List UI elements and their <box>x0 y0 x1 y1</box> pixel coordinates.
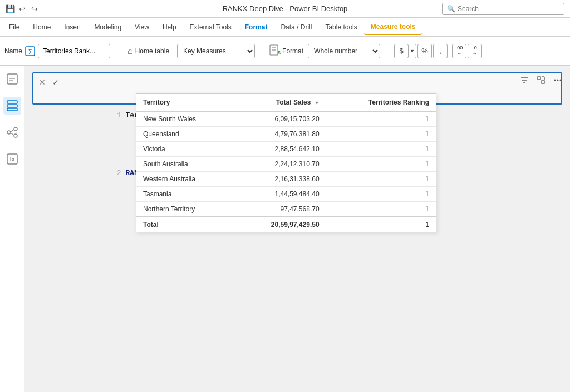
menu-item-table-tools[interactable]: Table tools <box>318 20 363 34</box>
menu-item-view[interactable]: View <box>128 20 156 34</box>
table-row: Victoria 2,88,54,642.10 1 <box>136 142 436 157</box>
format-dropdown[interactable]: Whole number Decimal number Currency Per… <box>308 44 380 58</box>
cell-territory-0: New South Wales <box>136 111 234 127</box>
cell-territory-4: Western Australia <box>136 172 234 187</box>
table-toolbar <box>518 73 564 87</box>
formula-controls: ✕ ✓ <box>37 76 61 88</box>
expand-icon[interactable] <box>534 73 548 87</box>
menu-bar: File Home Insert Modeling View Help Exte… <box>0 18 570 37</box>
data-table-container: Territory Total Sales ▼ Territories Rank… <box>136 93 436 232</box>
window-title: RANKX Deep Dive - Power BI Desktop <box>223 4 348 13</box>
divider-1 <box>117 41 117 61</box>
more-options-icon[interactable] <box>551 73 564 87</box>
format-dollar-icon: $ <box>269 44 281 58</box>
cell-rank-5: 1 <box>326 187 436 202</box>
dollar-button[interactable]: $ <box>394 44 409 58</box>
search-icon: 🔍 <box>447 5 455 13</box>
column-header-total-sales[interactable]: Total Sales ▼ <box>234 94 326 111</box>
sidebar-icon-data[interactable] <box>3 97 21 115</box>
cell-territory-6: Northern Territory <box>136 202 234 217</box>
data-table: Territory Total Sales ▼ Territories Rank… <box>136 94 436 232</box>
sidebar-icon-model[interactable] <box>3 123 21 141</box>
decrease-decimal-button[interactable]: .0→ <box>468 44 482 58</box>
svg-text:fx: fx <box>9 156 14 162</box>
name-label: Name <box>4 47 22 55</box>
cell-sales-2: 2,88,54,642.10 <box>234 142 326 157</box>
cell-sales-0: 6,09,15,703.20 <box>234 111 326 127</box>
dollar-dropdown-arrow[interactable]: ▼ <box>409 44 416 58</box>
table-row: New South Wales 6,09,15,703.20 1 <box>136 111 436 127</box>
formula-cancel-button[interactable]: ✕ <box>37 77 48 88</box>
cell-territory-2: Victoria <box>136 142 234 157</box>
cell-total-sales: 20,59,97,429.50 <box>234 217 326 232</box>
svg-point-12 <box>7 131 11 134</box>
cell-rank-0: 1 <box>326 111 436 127</box>
svg-point-14 <box>14 134 17 137</box>
left-sidebar: fx <box>0 66 24 392</box>
main-content: ✕ ✓ 1Territories Ranking = 2RANKX( ALL( … <box>24 66 570 392</box>
name-field-icon: ∑ <box>24 46 36 57</box>
menu-item-modeling[interactable]: Modeling <box>87 20 128 34</box>
table-total-row: Total 20,59,97,429.50 1 <box>136 217 436 232</box>
percent-button[interactable]: % <box>417 44 432 58</box>
filter-icon[interactable] <box>518 73 531 87</box>
svg-text:∑: ∑ <box>28 48 32 54</box>
cell-sales-1: 4,79,76,381.80 <box>234 127 326 142</box>
home-table-label: Home table <box>135 47 169 55</box>
svg-point-28 <box>560 80 562 81</box>
key-measures-dropdown[interactable]: Key Measures <box>177 44 255 58</box>
search-box[interactable]: 🔍 <box>442 3 564 15</box>
svg-rect-10 <box>7 105 17 107</box>
sidebar-icon-dax[interactable]: fx <box>3 150 21 168</box>
svg-point-26 <box>554 80 556 81</box>
format-group: $ Format <box>269 44 303 58</box>
menu-item-insert[interactable]: Insert <box>57 20 87 34</box>
format-label: Format <box>282 47 303 55</box>
menu-item-external-tools[interactable]: External Tools <box>183 20 238 34</box>
menu-item-help[interactable]: Help <box>156 20 183 34</box>
cell-territory-5: Tasmania <box>136 187 234 202</box>
currency-buttons: $ ▼ % , <box>394 44 448 58</box>
menu-item-format[interactable]: Format <box>238 20 274 34</box>
cell-total-label: Total <box>136 217 234 232</box>
menu-item-data-drill[interactable]: Data / Drill <box>274 20 318 34</box>
svg-line-15 <box>11 130 14 132</box>
name-input[interactable] <box>38 44 110 58</box>
name-field-group: Name ∑ <box>4 44 110 58</box>
divider-2 <box>262 41 262 61</box>
table-row: Western Australia 2,16,31,338.60 1 <box>136 172 436 187</box>
menu-item-file[interactable]: File <box>2 20 26 34</box>
undo-icon[interactable]: ↩ <box>18 4 27 13</box>
cell-territory-1: Queensland <box>136 127 234 142</box>
menu-item-home[interactable]: Home <box>26 20 57 34</box>
window-control-icons: 💾 ↩ ↪ <box>6 4 39 13</box>
column-header-territories-ranking[interactable]: Territories Ranking <box>326 94 436 111</box>
divider-3 <box>387 41 387 61</box>
table-row: Northern Territory 97,47,568.70 1 <box>136 202 436 217</box>
save-icon[interactable]: 💾 <box>6 4 14 13</box>
comma-button[interactable]: , <box>433 44 448 58</box>
cell-rank-1: 1 <box>326 127 436 142</box>
home-table-icon: ⌂ <box>127 46 133 56</box>
cell-rank-6: 1 <box>326 202 436 217</box>
svg-text:$: $ <box>278 50 281 56</box>
table-header-row: Territory Total Sales ▼ Territories Rank… <box>136 94 436 111</box>
sort-arrow-total-sales: ▼ <box>315 100 320 106</box>
svg-rect-11 <box>7 108 17 111</box>
cell-total-rank: 1 <box>326 217 436 232</box>
sidebar-icon-report[interactable] <box>3 70 21 88</box>
svg-point-13 <box>14 127 17 131</box>
home-table-group: ⌂ Home table <box>124 46 173 56</box>
svg-rect-6 <box>7 74 17 84</box>
search-input[interactable] <box>458 5 558 13</box>
column-header-territory[interactable]: Territory <box>136 94 234 111</box>
redo-icon[interactable]: ↪ <box>30 4 39 13</box>
increase-decimal-button[interactable]: .00← <box>452 44 466 58</box>
cell-sales-6: 97,47,568.70 <box>234 202 326 217</box>
formula-confirm-button[interactable]: ✓ <box>50 77 61 88</box>
svg-rect-22 <box>538 77 540 80</box>
menu-item-measure-tools[interactable]: Measure tools <box>364 19 422 35</box>
decimal-buttons: .00← .0→ <box>452 44 482 58</box>
cell-rank-4: 1 <box>326 172 436 187</box>
svg-point-27 <box>557 80 559 81</box>
